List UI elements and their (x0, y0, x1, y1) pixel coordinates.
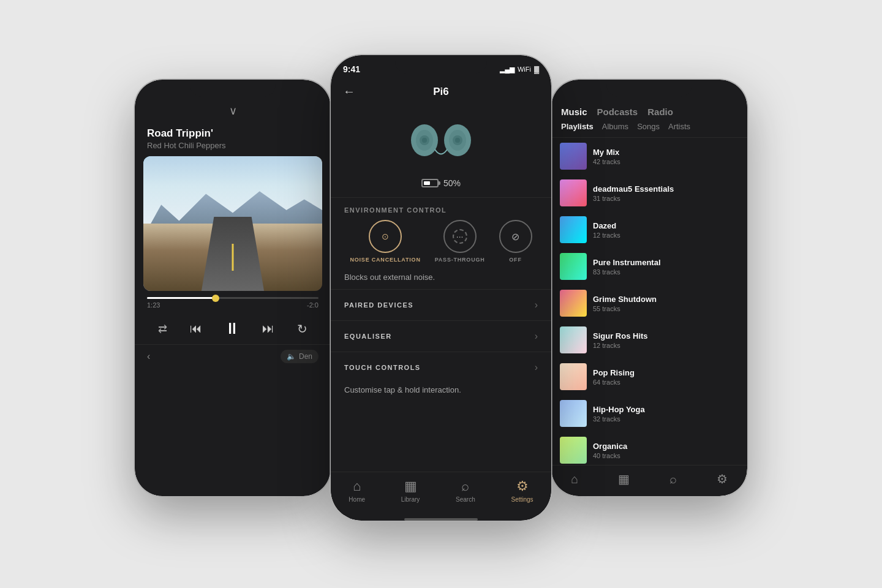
speaker-icon: 🔈 (287, 352, 296, 361)
svg-point-3 (422, 138, 427, 143)
progress-times: 1:23 -2:0 (147, 301, 318, 309)
nav-settings[interactable]: ⚙ Settings (511, 478, 533, 503)
subtab-albums[interactable]: Albums (602, 122, 628, 131)
subtab-artists[interactable]: Artists (668, 122, 690, 131)
chevron-right-icon-tc: › (535, 362, 538, 373)
playlist-tracks: 42 tracks (593, 158, 739, 165)
playlist-name: Organica (593, 442, 739, 451)
settings-header: ← Pi6 (331, 80, 551, 105)
equaliser-row[interactable]: EQUALISER › (331, 320, 551, 352)
playlist-name: Hip-Hop Yoga (593, 405, 739, 414)
equaliser-label: EQUALISER (344, 333, 392, 340)
notch-left (190, 80, 276, 97)
tab-music[interactable]: Music (561, 107, 587, 117)
tab-radio[interactable]: Radio (647, 107, 673, 117)
nav-home[interactable]: ⌂ Home (349, 478, 365, 503)
env-description: Blocks out external noise. (331, 269, 551, 289)
svg-point-7 (455, 138, 460, 143)
nav-library[interactable]: ▦ Library (401, 478, 420, 503)
nc-label: NOISE CANCELLATION (350, 257, 420, 263)
playlist-thumb (560, 437, 587, 464)
playlist-thumb (560, 143, 587, 170)
playlist-item[interactable]: Pop Rising 64 tracks (551, 358, 747, 395)
playlist-tracks: 32 tracks (593, 415, 739, 423)
player-controls-area: 1:23 -2:0 ⇄ ⏮ ⏸ ⏭ ↻ (135, 291, 331, 344)
wifi-icon: WiFi (518, 66, 531, 73)
search-icon: ⌕ (461, 478, 469, 494)
settings-title: Pi6 (433, 86, 449, 98)
playlist-info: My Mix 42 tracks (593, 148, 739, 165)
chevron-down-icon[interactable]: ∨ (229, 104, 237, 118)
playlist-item[interactable]: Sigur Ros Hits 12 tracks (551, 322, 747, 358)
env-controls: ⊙ NOISE CANCELLATION ··· PASS-THROUGH ⊘ (331, 220, 551, 269)
playlist-info: Grime Shutdown 55 tracks (593, 295, 739, 312)
touch-controls-row[interactable]: TOUCH CONTROLS › (331, 352, 551, 383)
pt-icon: ··· (453, 229, 467, 244)
time-remaining: -2:0 (307, 301, 318, 309)
playlist-thumb (560, 216, 587, 243)
off-button[interactable]: ⊘ OFF (499, 220, 532, 263)
prev-button[interactable]: ⏮ (190, 322, 202, 336)
device-output[interactable]: 🔈 Den (281, 350, 318, 363)
paired-devices-row[interactable]: PAIRED DEVICES › (331, 289, 551, 320)
playlist-tracks: 12 tracks (593, 342, 739, 349)
status-time: 9:41 (343, 64, 360, 74)
play-pause-button[interactable]: ⏸ (224, 319, 240, 338)
nav-home-label: Home (349, 496, 365, 503)
playlist-item[interactable]: Grime Shutdown 55 tracks (551, 285, 747, 322)
playlist-thumb (560, 326, 587, 353)
pt-circle: ··· (443, 220, 477, 253)
home-icon: ⌂ (353, 478, 361, 494)
lib-settings-icon[interactable]: ⚙ (717, 472, 728, 486)
nav-search[interactable]: ⌕ Search (456, 478, 475, 503)
playlist-item[interactable]: Dazed 12 tracks (551, 211, 747, 248)
track-title: Road Trippin' (147, 127, 318, 140)
status-icons: ▂▄▆ WiFi ▓ (500, 66, 539, 74)
playlist-info: Sigur Ros Hits 12 tracks (593, 331, 739, 349)
playlist-tracks: 83 tracks (593, 268, 739, 276)
tab-podcasts[interactable]: Podcasts (597, 107, 638, 117)
playlist-info: deadmau5 Essentials 31 tracks (593, 184, 739, 202)
player-screen: ∨ Road Trippin' Red Hot Chili Peppers (135, 80, 331, 496)
playlist-item[interactable]: Pure Instrumental 83 tracks (551, 248, 747, 285)
nc-icon: ⊙ (382, 232, 389, 241)
nc-circle: ⊙ (369, 220, 402, 253)
pass-through-button[interactable]: ··· PASS-THROUGH (435, 220, 485, 263)
playlist-info: Hip-Hop Yoga 32 tracks (593, 405, 739, 423)
playlist-name: Dazed (593, 221, 739, 230)
playlist-info: Pure Instrumental 83 tracks (593, 258, 739, 276)
progress-bar[interactable] (147, 297, 318, 299)
lib-tabs-top: Music Podcasts Radio (551, 104, 747, 122)
playlist-info: Organica 40 tracks (593, 442, 739, 459)
player-controls: ⇄ ⏮ ⏸ ⏭ ↻ (147, 316, 318, 344)
playlist-info: Dazed 12 tracks (593, 221, 739, 239)
album-art (143, 156, 322, 291)
library-screen: Music Podcasts Radio Playlists Albums So… (551, 80, 747, 496)
lib-home-icon[interactable]: ⌂ (571, 472, 578, 486)
signal-icon: ▂▄▆ (500, 66, 514, 74)
lib-library-icon[interactable]: ▦ (618, 472, 630, 486)
playlist-item[interactable]: Hip-Hop Yoga 32 tracks (551, 395, 747, 432)
playlist-item[interactable]: Organica 40 tracks (551, 432, 747, 465)
next-button[interactable]: ⏭ (262, 322, 274, 336)
repeat-button[interactable]: ↻ (297, 322, 307, 336)
subtab-playlists[interactable]: Playlists (561, 122, 594, 131)
player-header: ∨ (135, 104, 331, 123)
right-phone-screen: Music Podcasts Radio Playlists Albums So… (551, 80, 747, 496)
lib-search-icon[interactable]: ⌕ (669, 472, 677, 486)
playlist-thumb (560, 179, 587, 206)
subtab-songs[interactable]: Songs (637, 122, 660, 131)
battery-icon (421, 179, 439, 187)
back-button[interactable]: ← (343, 85, 355, 99)
playlist-name: deadmau5 Essentials (593, 184, 739, 194)
playlist-name: Pure Instrumental (593, 258, 739, 267)
playlist-name: My Mix (593, 148, 739, 157)
playlist-item[interactable]: My Mix 42 tracks (551, 138, 747, 175)
right-phone: Music Podcasts Radio Playlists Albums So… (551, 80, 747, 496)
center-phone-screen: 9:41 ▂▄▆ WiFi ▓ ← Pi6 (331, 55, 551, 521)
player-track-info: Road Trippin' Red Hot Chili Peppers (135, 123, 331, 156)
shuffle-button[interactable]: ⇄ (158, 322, 167, 336)
back-nav-button[interactable]: ‹ (147, 351, 150, 362)
noise-cancellation-button[interactable]: ⊙ NOISE CANCELLATION (350, 220, 420, 263)
playlist-item[interactable]: deadmau5 Essentials 31 tracks (551, 175, 747, 211)
